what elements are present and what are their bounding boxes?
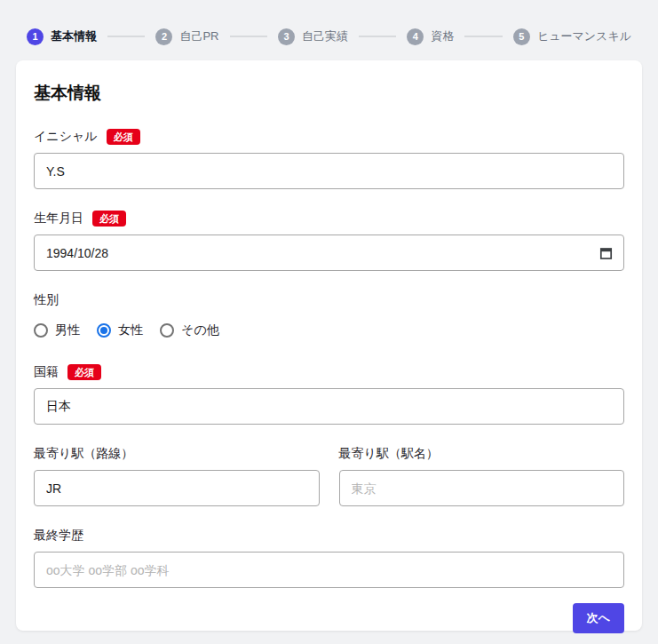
field-birthdate: 生年月日 必須 1994/10/28	[34, 211, 624, 271]
step-label: 自己PR	[179, 28, 218, 44]
form-footer: 次へ	[34, 603, 624, 633]
step-number-badge: 3	[278, 28, 295, 45]
wizard-stepper: 1 基本情報 2 自己PR 3 自己実績 4 資格 5 ヒューマンスキル	[0, 0, 658, 49]
initial-input[interactable]	[34, 153, 624, 189]
stepper-connector	[107, 36, 145, 37]
next-button[interactable]: 次へ	[573, 603, 624, 633]
birthdate-label: 生年月日	[34, 211, 83, 227]
stepper-step-human-skills[interactable]: 5 ヒューマンスキル	[513, 28, 631, 45]
step-label: 基本情報	[51, 28, 97, 44]
nationality-label: 国籍	[34, 364, 59, 380]
step-number-badge: 5	[513, 28, 530, 45]
step-label: 自己実績	[302, 28, 348, 44]
step-number-badge: 2	[155, 28, 172, 45]
stepper-step-self-pr[interactable]: 2 自己PR	[155, 28, 218, 45]
station-name-input[interactable]	[339, 470, 625, 506]
stepper-step-achievements[interactable]: 3 自己実績	[278, 28, 348, 45]
education-input[interactable]	[34, 552, 624, 588]
field-station-row: 最寄り駅（路線） 最寄り駅（駅名）	[34, 446, 624, 506]
education-label: 最終学歴	[34, 528, 83, 544]
stepper-connector	[359, 36, 396, 37]
field-nationality: 国籍 必須	[34, 364, 624, 425]
step-label: 資格	[431, 28, 454, 44]
station-line-input[interactable]	[34, 470, 320, 506]
station-name-label: 最寄り駅（駅名）	[339, 446, 439, 462]
birthdate-input[interactable]: 1994/10/28	[34, 235, 624, 271]
calendar-icon[interactable]	[599, 246, 613, 260]
required-badge: 必須	[67, 364, 101, 380]
radio-button-icon[interactable]	[160, 323, 174, 338]
step-number-badge: 1	[27, 28, 44, 45]
field-gender: 性別 男性 女性 その他	[34, 292, 624, 338]
stepper-step-qualifications[interactable]: 4 資格	[407, 28, 454, 45]
gender-option-male[interactable]: 男性	[34, 322, 80, 338]
nationality-input[interactable]	[34, 388, 624, 425]
required-badge: 必須	[92, 211, 126, 227]
step-label: ヒューマンスキル	[537, 28, 631, 44]
stepper-connector	[230, 36, 267, 37]
form-card: 基本情報 イニシャル 必須 生年月日 必須 1994/10/28 性別	[16, 60, 642, 631]
stepper-step-basic-info[interactable]: 1 基本情報	[27, 28, 97, 45]
gender-option-female[interactable]: 女性	[97, 322, 143, 338]
stepper-connector	[464, 36, 502, 37]
field-station-name: 最寄り駅（駅名）	[339, 446, 625, 506]
gender-radio-group: 男性 女性 その他	[34, 322, 624, 338]
required-badge: 必須	[107, 129, 140, 145]
field-station-line: 最寄り駅（路線）	[34, 446, 320, 506]
gender-option-other[interactable]: その他	[160, 322, 219, 338]
gender-label: 性別	[34, 292, 59, 308]
station-line-label: 最寄り駅（路線）	[34, 446, 133, 462]
field-initial: イニシャル 必須	[34, 129, 624, 189]
radio-button-icon[interactable]	[34, 323, 48, 338]
birthdate-value: 1994/10/28	[46, 246, 108, 260]
page-title: 基本情報	[34, 82, 624, 105]
step-number-badge: 4	[407, 28, 424, 45]
field-education: 最終学歴	[34, 528, 624, 588]
radio-button-icon[interactable]	[97, 323, 111, 338]
initial-label: イニシャル	[34, 129, 98, 145]
